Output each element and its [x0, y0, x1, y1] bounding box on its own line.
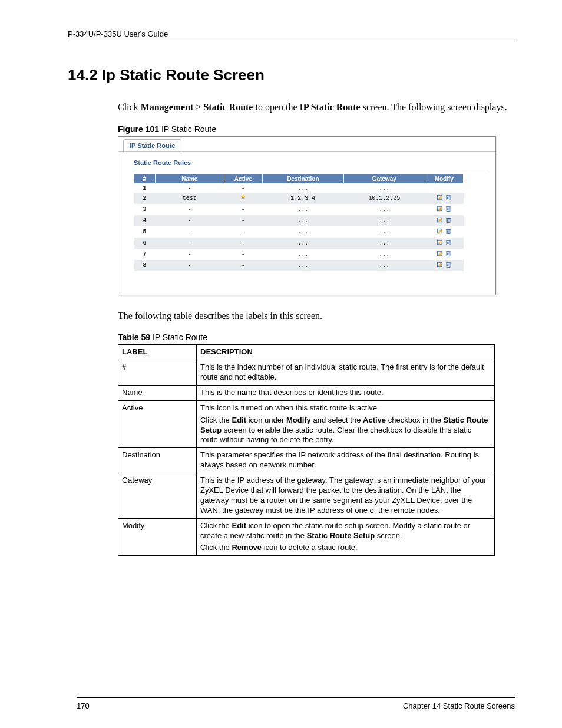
- page-number: 170: [77, 701, 90, 710]
- route-header: Modify: [425, 174, 463, 183]
- trash-icon[interactable]: [445, 194, 452, 203]
- edit-icon[interactable]: [437, 216, 444, 225]
- edit-icon[interactable]: [437, 194, 444, 203]
- table-cell: -: [155, 249, 224, 260]
- table-cell: -: [155, 260, 224, 271]
- bulb-icon: [240, 194, 246, 202]
- desc-label-cell: Modify: [118, 518, 197, 556]
- trash-icon[interactable]: [445, 205, 452, 214]
- table-cell: ...: [343, 260, 425, 271]
- table-row: ModifyClick the Edit icon to open the st…: [118, 518, 495, 556]
- table-cell: -: [224, 204, 262, 215]
- svg-rect-34: [446, 251, 451, 252]
- table-cell: test: [155, 193, 224, 204]
- svg-rect-28: [446, 240, 451, 241]
- table-cell: ...: [262, 238, 343, 249]
- table-cell: ...: [262, 226, 343, 238]
- table-cell: ...: [343, 238, 425, 249]
- table-cell: ...: [343, 226, 425, 238]
- svg-rect-10: [446, 206, 451, 207]
- table-cell: ...: [343, 249, 425, 260]
- table-cell: 3: [134, 204, 156, 215]
- table-cell: -: [224, 260, 262, 271]
- desc-text-cell: This is the index number of an individua…: [197, 360, 495, 386]
- table-cell: 2: [134, 193, 156, 204]
- trash-icon[interactable]: [445, 261, 452, 270]
- desc-label-cell: Active: [118, 400, 197, 448]
- edit-icon[interactable]: [437, 228, 444, 236]
- table-cell: ...: [343, 204, 425, 215]
- svg-rect-40: [446, 262, 451, 263]
- trash-icon[interactable]: [445, 239, 452, 248]
- edit-icon[interactable]: [437, 250, 444, 259]
- desc-label-cell: #: [118, 360, 197, 386]
- table-cell: 1: [134, 183, 156, 193]
- table-cell: ...: [343, 215, 425, 226]
- table-cell: 10.1.2.25: [343, 193, 425, 204]
- table-cell: [425, 204, 463, 215]
- table-row: ActiveThis icon is turned on when this s…: [118, 400, 495, 448]
- desc-text-cell: This icon is turned on when this static …: [197, 400, 495, 448]
- table-cell: [425, 260, 463, 271]
- desc-text-cell: Click the Edit icon to open the static r…: [197, 518, 495, 556]
- table-row: #This is the index number of an individu…: [118, 360, 495, 386]
- table-cell: 6: [134, 238, 156, 249]
- route-header: Destination: [262, 174, 343, 183]
- table-title: IP Static Route: [150, 332, 207, 342]
- table-cell: ...: [343, 183, 425, 193]
- edit-icon[interactable]: [437, 205, 444, 214]
- table-row: 2test1.2.3.410.1.2.25: [134, 193, 464, 204]
- table-cell: 7: [134, 249, 156, 260]
- table-cell: ...: [262, 215, 343, 226]
- trash-icon[interactable]: [445, 250, 452, 259]
- table-row: 8--......: [134, 260, 464, 271]
- table-cell: ...: [262, 183, 343, 193]
- table-cell: [425, 238, 463, 249]
- intro-paragraph: Click Management > Static Route to open …: [118, 101, 515, 114]
- figure-title: IP Static Route: [159, 124, 216, 134]
- table-row: NameThis is the name that describes or i…: [118, 385, 495, 400]
- table-cell: -: [155, 226, 224, 238]
- section-title: 14.2 Ip Static Route Screen: [68, 66, 515, 84]
- table-cell: -: [224, 249, 262, 260]
- table-row: 5--......: [134, 226, 464, 238]
- route-header: Gateway: [343, 174, 425, 183]
- table-cell: 8: [134, 260, 156, 271]
- table-cell: -: [224, 238, 262, 249]
- page-footer: 170 Chapter 14 Static Route Screens: [77, 697, 515, 710]
- table-cell: -: [155, 215, 224, 226]
- table-cell: -: [224, 226, 262, 238]
- desc-header-description: DESCRIPTION: [197, 345, 495, 360]
- edit-icon[interactable]: [437, 239, 444, 248]
- screenshot-subtitle: Static Route Rules: [134, 159, 488, 166]
- table-cell: -: [224, 183, 262, 193]
- screenshot-tab: IP Static Route: [123, 139, 181, 151]
- svg-point-0: [242, 195, 245, 198]
- route-header: #: [134, 174, 156, 183]
- trash-icon[interactable]: [445, 216, 452, 225]
- table-cell: [425, 226, 463, 238]
- table-cell: ...: [262, 260, 343, 271]
- table-cell: [425, 193, 463, 204]
- route-header: Active: [224, 174, 262, 183]
- table-cell: [224, 193, 262, 204]
- table-row: 3--......: [134, 204, 464, 215]
- table-row: 4--......: [134, 215, 464, 226]
- route-header: Name: [155, 174, 224, 183]
- figure-number: Figure 101: [118, 124, 159, 134]
- chapter-label: Chapter 14 Static Route Screens: [403, 701, 515, 710]
- table-row: 1--......: [134, 183, 464, 193]
- trash-icon[interactable]: [445, 228, 452, 236]
- table-cell: -: [155, 238, 224, 249]
- desc-label-cell: Name: [118, 385, 197, 400]
- figure-caption: Figure 101 IP Static Route: [118, 124, 515, 134]
- figure-screenshot: IP Static Route Static Route Rules #Name…: [118, 136, 496, 295]
- desc-header-label: LABEL: [118, 345, 197, 360]
- desc-text-cell: This parameter specifies the IP network …: [197, 448, 495, 473]
- description-table: LABEL DESCRIPTION #This is the index num…: [118, 344, 495, 556]
- svg-rect-22: [446, 229, 451, 230]
- edit-icon[interactable]: [437, 261, 444, 270]
- desc-label-cell: Destination: [118, 448, 197, 473]
- after-figure-text: The following table describes the labels…: [118, 309, 515, 322]
- desc-text-cell: This is the name that describes or ident…: [197, 385, 495, 400]
